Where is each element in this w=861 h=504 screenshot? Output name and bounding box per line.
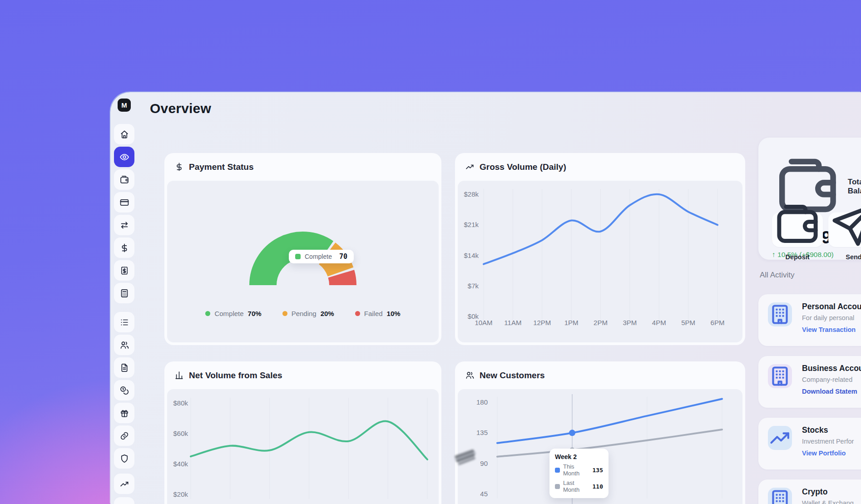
svg-text:45: 45 (480, 490, 488, 498)
pending-dot-icon (282, 311, 287, 316)
activity-subtitle: Company-related (802, 376, 852, 383)
tooltip-row-last-month: Last Month 110 (555, 479, 603, 493)
eye-icon (119, 152, 129, 162)
list-icon (119, 317, 129, 327)
activity-subtitle: Wallet & Exchang (802, 499, 854, 504)
net-volume-card: Net Volume from Sales $80k$60k$40k$20k (164, 361, 441, 504)
credit-card-icon (119, 198, 129, 208)
legend-item-pending: Pending 20% (282, 310, 334, 317)
building-icon (768, 488, 792, 504)
week2-tooltip: Week 2 This Month 135 Last Month 110 (549, 449, 609, 498)
legend-value: 10% (387, 310, 401, 317)
sidebar-item-wallet[interactable] (114, 169, 134, 190)
sidebar-item-coins[interactable] (114, 380, 134, 400)
sidebar-item-calculator[interactable] (114, 283, 134, 303)
tooltip-row-value: 135 (593, 467, 603, 474)
sidebar-item-rewards[interactable] (114, 403, 134, 423)
app-logo[interactable]: M (118, 99, 131, 112)
payment-status-title: Payment Status (189, 162, 254, 172)
payment-status-header: Payment Status (164, 153, 441, 181)
sidebar-item-transfers[interactable] (114, 215, 134, 235)
dollar-icon (119, 243, 129, 253)
activity-card-crypto[interactable]: CryptoWallet & Exchang (758, 479, 861, 504)
users-icon (465, 371, 475, 380)
legend-value: 20% (321, 310, 334, 317)
send-icon (828, 199, 861, 250)
gross-volume-title: Gross Volume (Daily) (480, 162, 566, 172)
svg-text:$7k: $7k (468, 282, 479, 290)
sidebar-item-customers[interactable] (114, 335, 134, 355)
smudge-artifact (452, 444, 480, 471)
svg-text:$40k: $40k (173, 460, 188, 468)
sidebar-item-documents[interactable] (114, 357, 134, 378)
link-icon (119, 431, 129, 441)
deposit-button-label: Deposit (785, 253, 809, 261)
net-volume-body: $80k$60k$40k$20k (167, 389, 439, 504)
gauge-tooltip-label: Complete (305, 253, 332, 260)
svg-text:6PM: 6PM (711, 319, 725, 326)
sidebar-item-links[interactable] (114, 425, 134, 446)
new-customers-body: 1801359045 Week 2 This Month 135 Last Mo… (458, 389, 742, 504)
legend-value: 70% (248, 310, 262, 317)
activity-title: Crypto (802, 487, 827, 497)
payment-legend: Complete 70% Pending 20% Failed 10% (167, 310, 439, 317)
activity-card-stocks[interactable]: StocksInvestment PerforView Portfolio (758, 418, 861, 469)
activity-link[interactable]: View Transaction (802, 326, 856, 333)
building-icon (768, 364, 792, 388)
building-icon (768, 302, 792, 326)
this-month-swatch-icon (555, 468, 560, 473)
sidebar-item-trends[interactable] (114, 474, 134, 494)
svg-text:$14k: $14k (464, 252, 479, 259)
payment-status-body: Complete 70 Complete 70% Pending 20% Fai… (167, 181, 439, 342)
last-month-swatch-icon (555, 484, 560, 489)
svg-text:12PM: 12PM (533, 319, 551, 326)
activity-card-personal-accou[interactable]: Personal AccouFor daily personalView Tra… (758, 294, 861, 346)
receipt-icon (119, 266, 129, 276)
total-balance-label: Total Balance (848, 178, 861, 196)
legend-label: Complete (214, 310, 243, 317)
sidebar-item-devices[interactable] (114, 497, 134, 504)
trending-up-icon (119, 479, 129, 489)
activity-card-business-accou[interactable]: Business AccouCompany-relatedDownload St… (758, 356, 861, 408)
home-icon (119, 129, 129, 139)
legend-item-complete: Complete 70% (205, 310, 261, 317)
sidebar-item-cards[interactable] (114, 192, 134, 212)
sidebar-item-invoices[interactable] (114, 260, 134, 281)
sidebar-item-lists[interactable] (114, 312, 134, 332)
svg-text:$60k: $60k (173, 430, 188, 437)
activity-title: Stocks (802, 425, 828, 435)
svg-text:4PM: 4PM (652, 319, 666, 326)
calculator-icon (119, 288, 129, 298)
page-title: Overview (150, 101, 211, 116)
activity-title: Personal Accou (802, 302, 861, 311)
activity-subtitle: Investment Perfor (802, 438, 854, 445)
complete-dot-icon (205, 311, 210, 316)
tooltip-row-label: This Month (563, 463, 589, 477)
dollar-icon (174, 162, 184, 172)
sidebar-item-payments[interactable] (114, 237, 134, 258)
activity-subtitle: For daily personal (802, 314, 854, 321)
activity-link[interactable]: Download Statem (802, 388, 857, 395)
deposit-button[interactable]: Deposit (772, 212, 823, 247)
total-balance-card: Total Balance $23,569.00 ↑ 10.5% (+$908.… (758, 138, 861, 260)
sidebar-item-overview[interactable] (114, 147, 134, 167)
sidebar-item-home[interactable] (114, 124, 134, 144)
file-icon (119, 363, 129, 373)
svg-text:2PM: 2PM (594, 319, 608, 326)
tooltip-row-label: Last Month (563, 479, 589, 493)
wallet-icon (119, 175, 129, 185)
svg-text:$80k: $80k (173, 399, 188, 407)
svg-text:90: 90 (480, 460, 488, 467)
svg-text:3PM: 3PM (623, 319, 637, 326)
legend-item-failed: Failed 10% (355, 310, 401, 317)
send-button[interactable]: Send (828, 212, 861, 247)
device-icon (119, 503, 129, 504)
new-customers-title: New Customers (480, 371, 545, 380)
net-volume-header: Net Volume from Sales (164, 361, 441, 389)
gross-volume-chart: $28k$21k$14k$7k$0k10AM11AM12PM1PM2PM3PM4… (458, 181, 742, 342)
sidebar-item-security[interactable] (114, 448, 134, 469)
svg-text:10AM: 10AM (475, 319, 492, 326)
shield-icon (119, 454, 129, 464)
svg-text:$20k: $20k (173, 490, 188, 498)
activity-link[interactable]: View Portfolio (802, 450, 846, 457)
